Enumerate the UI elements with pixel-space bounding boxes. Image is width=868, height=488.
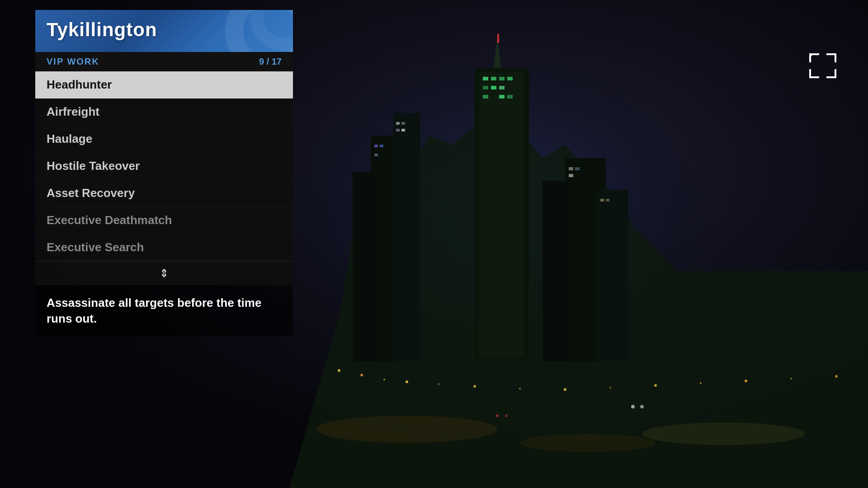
- svg-rect-18: [393, 113, 420, 361]
- svg-rect-4: [479, 72, 524, 357]
- svg-point-37: [642, 422, 805, 445]
- svg-rect-7: [499, 77, 505, 80]
- svg-point-45: [564, 388, 566, 391]
- svg-point-42: [438, 383, 439, 385]
- svg-rect-24: [380, 145, 383, 147]
- svg-rect-5: [483, 77, 488, 80]
- menu-item-haulage[interactable]: Haulage: [35, 126, 293, 153]
- scroll-arrows-icon: ⇕: [160, 268, 169, 279]
- menu-item-executive-deathmatch[interactable]: Executive Deathmatch: [35, 207, 293, 234]
- vip-work-bar: VIP WORK 9 / 17: [35, 52, 293, 71]
- svg-point-47: [654, 384, 657, 387]
- svg-rect-28: [396, 129, 400, 131]
- svg-rect-9: [483, 86, 488, 89]
- svg-rect-16: [497, 34, 499, 43]
- svg-rect-8: [507, 77, 513, 80]
- expand-icon[interactable]: [807, 50, 839, 81]
- svg-point-53: [640, 405, 644, 408]
- svg-rect-27: [401, 122, 405, 125]
- menu-item-hostile-takeover[interactable]: Hostile Takeover: [35, 153, 293, 180]
- svg-point-41: [406, 380, 408, 383]
- svg-point-38: [338, 369, 340, 372]
- svg-rect-23: [374, 145, 378, 147]
- scroll-indicator[interactable]: ⇕: [35, 261, 293, 285]
- svg-point-48: [700, 382, 702, 384]
- svg-rect-22: [542, 181, 570, 361]
- svg-rect-6: [491, 77, 496, 80]
- svg-point-43: [473, 385, 476, 388]
- corner-br: [826, 69, 836, 78]
- corner-bl: [809, 69, 819, 78]
- menu-panel: Tykillington VIP WORK 9 / 17 Headhunter …: [35, 10, 293, 337]
- svg-rect-31: [575, 167, 580, 170]
- svg-point-36: [520, 434, 656, 452]
- corner-tl: [809, 53, 819, 62]
- vip-work-label: VIP WORK: [47, 56, 99, 67]
- svg-rect-29: [401, 129, 405, 131]
- svg-point-44: [519, 388, 521, 389]
- svg-point-39: [360, 374, 363, 376]
- menu-item-airfreight[interactable]: Airfreight: [35, 99, 293, 126]
- menu-item-executive-search[interactable]: Executive Search: [35, 234, 293, 261]
- svg-point-46: [609, 387, 611, 389]
- menu-item-headhunter[interactable]: Headhunter: [35, 71, 293, 99]
- svg-rect-25: [374, 154, 378, 156]
- svg-rect-10: [491, 86, 496, 89]
- svg-rect-34: [606, 199, 609, 202]
- svg-point-40: [383, 379, 385, 380]
- menu-item-asset-recovery[interactable]: Asset Recovery: [35, 180, 293, 207]
- description-section: Assassinate all targets before the time …: [35, 285, 293, 337]
- employer-header: Tykillington: [35, 10, 293, 52]
- description-text: Assassinate all targets before the time …: [47, 295, 282, 327]
- svg-point-55: [505, 414, 508, 417]
- svg-rect-13: [499, 95, 505, 99]
- svg-point-52: [631, 405, 635, 408]
- corner-tr: [826, 53, 836, 62]
- svg-rect-14: [507, 95, 513, 99]
- menu-items-list: Headhunter Airfreight Haulage Hostile Ta…: [35, 71, 293, 261]
- svg-point-35: [316, 416, 497, 443]
- vip-work-count: 9 / 17: [259, 56, 282, 67]
- svg-rect-12: [483, 95, 488, 99]
- svg-rect-30: [569, 167, 573, 170]
- svg-rect-11: [499, 86, 505, 89]
- svg-rect-21: [597, 190, 628, 361]
- employer-name: Tykillington: [47, 19, 157, 40]
- svg-rect-19: [353, 172, 380, 361]
- svg-rect-32: [569, 174, 573, 177]
- svg-point-54: [496, 414, 499, 417]
- svg-rect-26: [396, 122, 400, 125]
- svg-point-49: [745, 380, 747, 382]
- svg-point-51: [835, 375, 838, 378]
- svg-rect-33: [600, 199, 604, 202]
- svg-point-50: [790, 378, 792, 380]
